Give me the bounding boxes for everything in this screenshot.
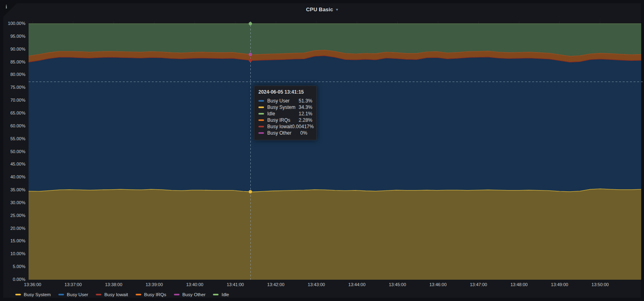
x-tick-label: 13:47:00 <box>462 282 495 287</box>
legend-color-swatch <box>58 294 64 295</box>
y-tick-label: 65.00% <box>3 111 25 115</box>
panel-header: CPU Basic ▾ <box>3 3 641 15</box>
legend-label: Busy System <box>24 292 51 297</box>
legend-item-busy-other[interactable]: Busy Other <box>174 292 206 297</box>
tooltip-series-value: 2.28% <box>299 117 312 123</box>
legend-item-busy-iowait[interactable]: Busy Iowait <box>96 292 128 297</box>
x-tick-label: 13:42:00 <box>260 282 292 287</box>
chart-tooltip: 2024-06-05 13:41:15 Busy User51.3%Busy S… <box>254 86 317 140</box>
cpu-basic-panel: i CPU Basic ▾ 100.00%95.00%90.00%85.00%8… <box>3 3 641 298</box>
legend-color-swatch <box>174 294 180 295</box>
tooltip-series-label: Busy System <box>267 104 299 110</box>
x-tick-label: 13:44:00 <box>341 282 373 287</box>
tooltip-series-label: Busy IRQs <box>267 117 299 123</box>
chevron-down-icon: ▾ <box>336 8 338 12</box>
y-tick-label: 40.00% <box>3 174 25 179</box>
tooltip-series-value: 0.00417% <box>292 124 314 129</box>
series-color-swatch <box>258 132 264 134</box>
tooltip-series-value: 34.3% <box>299 104 312 110</box>
panel-title-menu[interactable]: CPU Basic ▾ <box>306 6 338 12</box>
tooltip-series-value: 51.3% <box>299 98 312 104</box>
series-color-swatch <box>258 119 264 121</box>
tooltip-series-label: Busy Iowait <box>267 124 292 129</box>
y-tick-label: 10.00% <box>3 251 25 256</box>
x-tick-label: 13:45:00 <box>381 282 413 287</box>
tooltip-row: Busy Other0% <box>258 130 312 136</box>
x-tick-label: 13:46:00 <box>422 282 454 287</box>
y-tick-label: 5.00% <box>3 264 25 269</box>
y-tick-label: 50.00% <box>3 149 25 154</box>
y-tick-label: 75.00% <box>3 85 25 90</box>
x-tick-label: 13:37:00 <box>57 282 89 287</box>
legend-color-swatch <box>136 294 141 295</box>
area-band <box>29 56 641 192</box>
area-band <box>29 189 641 280</box>
legend-item-idle[interactable]: Idle <box>213 292 229 297</box>
x-tick-label: 13:48:00 <box>503 282 535 287</box>
tooltip-series-value: 0% <box>300 130 307 136</box>
legend-item-busy-system[interactable]: Busy System <box>15 292 51 297</box>
tooltip-row: Busy IRQs2.28% <box>258 117 312 123</box>
legend-item-busy-user[interactable]: Busy User <box>58 292 88 297</box>
tooltip-timestamp: 2024-06-05 13:41:15 <box>258 89 312 95</box>
tooltip-row: Busy System34.3% <box>258 104 312 111</box>
panel-title: CPU Basic <box>306 6 333 12</box>
series-color-swatch <box>258 113 264 115</box>
series-color-swatch <box>258 100 264 102</box>
x-tick-label: 13:38:00 <box>97 282 130 287</box>
legend-color-swatch <box>15 294 21 295</box>
y-tick-label: 90.00% <box>3 47 25 51</box>
grafana-dashboard: i CPU Basic ▾ 100.00%95.00%90.00%85.00%8… <box>0 0 644 301</box>
tooltip-row: Busy User51.3% <box>258 98 312 104</box>
legend-item-busy-irqs[interactable]: Busy IRQs <box>136 292 166 297</box>
y-tick-label: 15.00% <box>3 238 25 243</box>
series-color-swatch <box>258 106 264 108</box>
y-tick-label: 95.00% <box>3 34 25 39</box>
y-tick-label: 85.00% <box>3 59 25 64</box>
x-tick-label: 13:40:00 <box>179 282 211 287</box>
legend-color-swatch <box>96 294 101 295</box>
legend-color-swatch <box>213 294 219 295</box>
tooltip-row: Idle12.1% <box>258 111 312 117</box>
tooltip-series-label: Busy User <box>267 98 299 104</box>
y-tick-label: 0.00% <box>3 277 25 282</box>
x-tick-label: 13:39:00 <box>138 282 170 287</box>
legend-label: Busy User <box>67 292 88 297</box>
tooltip-series-label: Busy Other <box>267 130 300 136</box>
y-tick-label: 100.00% <box>3 21 25 26</box>
y-tick-label: 70.00% <box>3 98 25 102</box>
x-tick-label: 13:36:00 <box>17 282 49 287</box>
y-tick-label: 30.00% <box>3 200 25 205</box>
y-tick-label: 20.00% <box>3 226 25 231</box>
tooltip-series-label: Idle <box>267 111 299 117</box>
x-tick-label: 13:49:00 <box>543 282 576 287</box>
y-tick-label: 35.00% <box>3 187 25 192</box>
y-tick-label: 25.00% <box>3 213 25 218</box>
y-tick-label: 55.00% <box>3 136 25 141</box>
legend-label: Busy Iowait <box>104 292 128 297</box>
y-tick-label: 60.00% <box>3 123 25 128</box>
x-tick-label: 13:50:00 <box>584 282 616 287</box>
chart-svg[interactable] <box>29 21 641 280</box>
chart-legend: Busy SystemBusy UserBusy IowaitBusy IRQs… <box>15 292 229 297</box>
crosshair-horizontal <box>29 82 643 82</box>
legend-label: Idle <box>221 292 229 297</box>
y-tick-label: 80.00% <box>3 72 25 77</box>
tooltip-row: Busy Iowait0.00417% <box>258 123 312 130</box>
x-tick-label: 13:41:00 <box>219 282 252 287</box>
legend-label: Busy IRQs <box>144 292 166 297</box>
tooltip-rows: Busy User51.3%Busy System34.3%Idle12.1%B… <box>258 98 312 136</box>
crosshair-vertical <box>250 21 251 280</box>
series-color-swatch <box>258 126 264 127</box>
y-tick-label: 45.00% <box>3 162 25 166</box>
legend-label: Busy Other <box>182 292 206 297</box>
tooltip-series-value: 12.1% <box>299 111 312 117</box>
x-tick-label: 13:43:00 <box>300 282 332 287</box>
